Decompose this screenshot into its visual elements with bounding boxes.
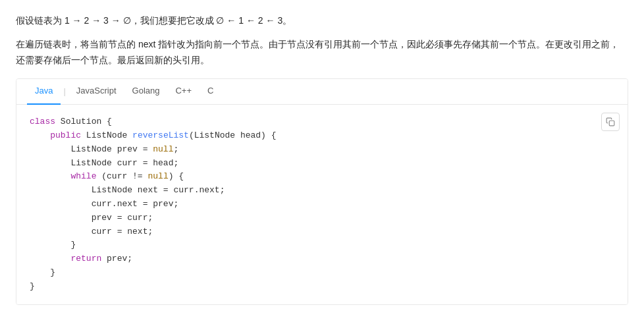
svg-rect-0 (609, 121, 614, 126)
description-line2: 在遍历链表时，将当前节点的 next 指针改为指向前一个节点。由于节点没有引用其… (16, 37, 628, 69)
code-container: class Solution { public ListNode reverse… (16, 105, 628, 304)
tab-cpp[interactable]: C++ (167, 79, 200, 105)
tab-c[interactable]: C (200, 79, 221, 105)
code-block: Java | JavaScript Golang C++ C class Sol… (16, 78, 628, 304)
description-line1: 假设链表为 1 → 2 → 3 → ∅，我们想要把它改成 ∅ ← 1 ← 2 ←… (16, 13, 628, 29)
tab-javascript[interactable]: JavaScript (68, 79, 124, 105)
code-content: class Solution { public ListNode reverse… (30, 115, 614, 293)
tab-bar: Java | JavaScript Golang C++ C (16, 79, 628, 105)
copy-button[interactable] (601, 113, 620, 131)
tab-divider-1: | (63, 80, 65, 103)
tab-java[interactable]: Java (27, 79, 61, 105)
tab-golang[interactable]: Golang (124, 79, 168, 105)
